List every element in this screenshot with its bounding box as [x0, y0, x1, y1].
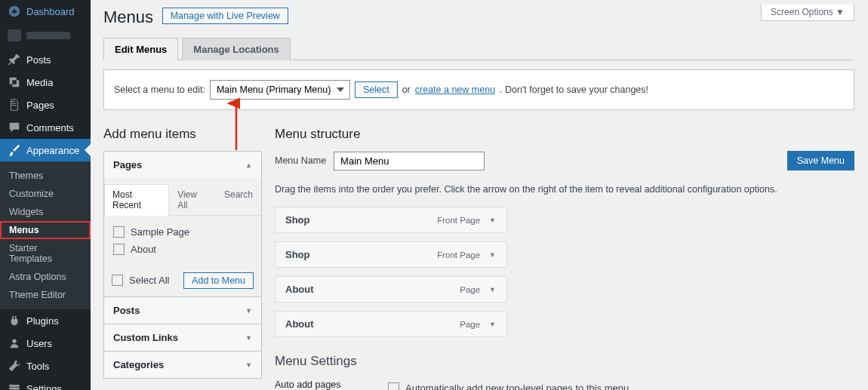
sub-widgets[interactable]: Widgets	[0, 203, 91, 221]
sidebar-item-plugins[interactable]: Plugins	[0, 309, 91, 332]
tab-edit-menus[interactable]: Edit Menus	[103, 38, 178, 60]
sub-astra[interactable]: Astra Options	[0, 268, 91, 286]
pin-icon	[8, 53, 21, 66]
select-button[interactable]: Select	[355, 81, 398, 98]
sidebar-label-posts: Posts	[26, 54, 51, 66]
sidebar-label-media: Media	[26, 77, 53, 88]
sidebar-item-posts[interactable]: Posts	[0, 48, 91, 71]
settings-icon	[8, 382, 21, 390]
sub-menus[interactable]: Menus	[0, 221, 91, 239]
sidebar-item-media[interactable]: Media	[0, 71, 91, 94]
menu-name-input[interactable]	[334, 152, 485, 170]
menu-item-title: Shop	[285, 214, 437, 226]
sub-customize[interactable]: Customize	[0, 185, 91, 203]
save-menu-button[interactable]: Save Menu	[787, 151, 854, 170]
nav-tabs: Edit Menus Manage Locations	[103, 38, 854, 60]
accordion-title-categories: Categories	[113, 359, 164, 370]
accordion-head-posts[interactable]: Posts▼	[104, 297, 261, 324]
caret-down-icon[interactable]: ▼	[486, 216, 499, 224]
sub-editor[interactable]: Theme Editor	[0, 286, 91, 304]
sidebar-label-tools: Tools	[26, 361, 49, 372]
live-preview-button[interactable]: Manage with Live Preview	[162, 8, 288, 24]
select-all-label: Select All	[129, 275, 169, 286]
page-label-sample: Sample Page	[131, 226, 189, 238]
tab-most-recent[interactable]: Most Recent	[104, 184, 169, 216]
dashboard-icon	[8, 5, 21, 18]
menu-item-title: About	[285, 284, 460, 295]
main-content: Screen Options ▼ Menus Manage with Live …	[91, 0, 868, 390]
add-to-menu-button[interactable]: Add to Menu	[183, 272, 254, 289]
create-menu-link[interactable]: create a new menu	[415, 84, 495, 95]
sidebar-item-users[interactable]: Users	[0, 332, 91, 355]
sidebar-item-appearance[interactable]: Appearance	[0, 139, 91, 161]
sidebar-item-site[interactable]	[0, 23, 91, 48]
menu-select-dropdown[interactable]: Main Menu (Primary Menu)	[210, 80, 350, 100]
tab-view-all[interactable]: View All	[169, 184, 216, 216]
menu-item[interactable]: AboutPage▼	[275, 276, 507, 302]
accordion-custom-links: Custom Links▼	[103, 324, 262, 352]
menu-name-label: Menu Name	[275, 155, 326, 166]
checkbox-sample-page[interactable]	[113, 226, 125, 238]
tools-icon	[8, 359, 21, 373]
tab-search[interactable]: Search	[216, 184, 261, 216]
sub-themes[interactable]: Themes	[0, 167, 91, 185]
sidebar-item-tools[interactable]: Tools	[0, 355, 91, 377]
users-icon	[8, 336, 21, 350]
media-icon	[8, 75, 21, 89]
plugin-icon	[8, 314, 21, 327]
sidebar-item-settings[interactable]: Settings	[0, 377, 91, 390]
pages-icon	[8, 98, 21, 112]
accordion-head-custom-links[interactable]: Custom Links▼	[104, 324, 261, 351]
admin-sidebar: Dashboard Posts Media Pages Comments App…	[0, 0, 91, 390]
accordion-pages: Pages ▲ Most Recent View All Search Samp…	[103, 151, 262, 297]
sidebar-label-dashboard: Dashboard	[26, 6, 75, 17]
caret-down-icon: ▼	[245, 334, 252, 342]
sidebar-label-users: Users	[26, 338, 52, 349]
page-title: Menus	[103, 8, 153, 27]
sub-starter[interactable]: Starter Templates	[0, 239, 91, 268]
caret-up-icon: ▲	[245, 161, 252, 169]
menu-item[interactable]: ShopFront Page▼	[275, 241, 507, 268]
caret-down-icon[interactable]: ▼	[486, 321, 499, 328]
caret-down-icon[interactable]: ▼	[486, 251, 499, 259]
auto-add-check[interactable]: Automatically add new top-level pages to…	[388, 379, 629, 390]
accordion-head-categories[interactable]: Categories▼	[104, 352, 261, 378]
accordion-categories: Categories▼	[103, 351, 262, 379]
sidebar-label-comments: Comments	[26, 122, 74, 134]
page-check-sample[interactable]: Sample Page	[113, 223, 252, 241]
sidebar-item-dashboard[interactable]: Dashboard	[0, 0, 91, 23]
checkbox-about[interactable]	[113, 244, 125, 255]
sidebar-item-comments[interactable]: Comments	[0, 116, 91, 139]
accordion-head-pages[interactable]: Pages ▲	[104, 152, 261, 178]
menu-items-list: ShopFront Page▼ShopFront Page▼AboutPage▼…	[275, 207, 854, 337]
accordion-title-custom-links: Custom Links	[113, 332, 178, 343]
caret-down-icon: ▼	[245, 361, 252, 369]
screen-options-toggle[interactable]: Screen Options ▼	[761, 5, 854, 21]
sidebar-item-pages[interactable]: Pages	[0, 94, 91, 116]
menu-item[interactable]: AboutPage▼	[275, 311, 507, 337]
select-all-check[interactable]: Select All	[112, 272, 169, 289]
checkbox-auto-add[interactable]	[388, 382, 399, 390]
menu-item-title: About	[285, 318, 460, 330]
sidebar-label-pages: Pages	[26, 100, 54, 111]
accordion-title-posts: Posts	[113, 305, 140, 316]
menu-item-type: Front Page	[437, 250, 480, 259]
menu-item-type: Front Page	[437, 216, 480, 225]
page-label-about: About	[131, 244, 156, 255]
select-menu-label: Select a menu to edit:	[114, 84, 205, 95]
brush-icon	[8, 143, 21, 157]
auto-add-text: Automatically add new top-level pages to…	[405, 382, 629, 390]
menu-item-title: Shop	[285, 249, 437, 260]
caret-down-icon[interactable]: ▼	[486, 286, 499, 293]
tab-manage-locations[interactable]: Manage Locations	[182, 38, 290, 60]
or-text: or	[402, 84, 411, 95]
pages-inner-tabs: Most Recent View All Search	[104, 184, 261, 216]
sidebar-label-plugins: Plugins	[26, 315, 59, 327]
checkbox-select-all[interactable]	[112, 275, 123, 286]
menu-item[interactable]: ShopFront Page▼	[275, 207, 507, 233]
page-check-about[interactable]: About	[113, 241, 252, 258]
screen-options-label: Screen Options	[771, 7, 833, 17]
add-items-heading: Add menu items	[103, 127, 262, 142]
caret-down-icon: ▼	[245, 307, 252, 315]
comments-icon	[8, 121, 21, 134]
